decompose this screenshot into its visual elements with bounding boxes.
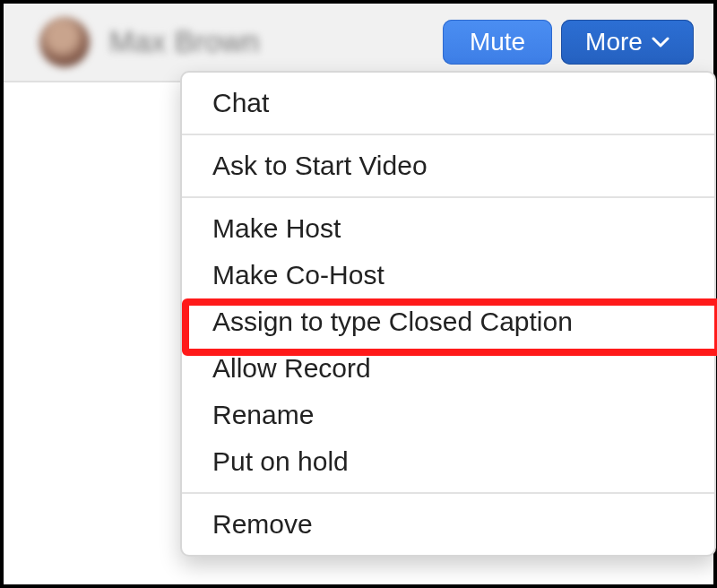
more-button[interactable]: More <box>561 20 694 65</box>
participant-actions: Mute More <box>443 20 713 65</box>
window-frame: Max Brown Mute More ChatAsk to Start Vid… <box>0 0 717 588</box>
menu-item-label: Make Host <box>212 213 341 243</box>
menu-item-label: Rename <box>212 400 314 429</box>
menu-item-allow-record[interactable]: Allow Record <box>182 345 714 392</box>
menu-item-label: Chat <box>212 88 269 117</box>
menu-item-assign-cc[interactable]: Assign to type Closed Caption <box>182 298 714 345</box>
menu-item-label: Make Co-Host <box>212 260 384 290</box>
mute-button-label: Mute <box>470 28 525 56</box>
menu-item-make-host[interactable]: Make Host <box>182 198 714 252</box>
menu-item-remove[interactable]: Remove <box>182 494 714 555</box>
more-menu: ChatAsk to Start VideoMake HostMake Co-H… <box>180 71 716 557</box>
avatar <box>39 17 90 67</box>
menu-item-label: Allow Record <box>212 353 371 383</box>
menu-item-make-co-host[interactable]: Make Co-Host <box>182 252 714 298</box>
menu-item-label: Ask to Start Video <box>212 151 428 180</box>
menu-item-chat[interactable]: Chat <box>182 73 714 134</box>
menu-section: Chat <box>182 73 714 134</box>
menu-item-label: Assign to type Closed Caption <box>212 307 573 336</box>
more-button-label: More <box>585 28 643 56</box>
mute-button[interactable]: Mute <box>443 20 552 65</box>
menu-item-label: Remove <box>212 509 313 539</box>
menu-section: Remove <box>182 492 714 555</box>
menu-item-put-on-hold[interactable]: Put on hold <box>182 438 714 492</box>
menu-item-rename[interactable]: Rename <box>182 392 714 438</box>
menu-item-label: Put on hold <box>212 446 349 476</box>
participant-name: Max Brown <box>109 25 260 59</box>
menu-section: Make HostMake Co-HostAssign to type Clos… <box>182 196 714 492</box>
menu-item-ask-start-video[interactable]: Ask to Start Video <box>182 135 714 196</box>
chevron-down-icon <box>652 36 669 48</box>
menu-section: Ask to Start Video <box>182 134 714 196</box>
